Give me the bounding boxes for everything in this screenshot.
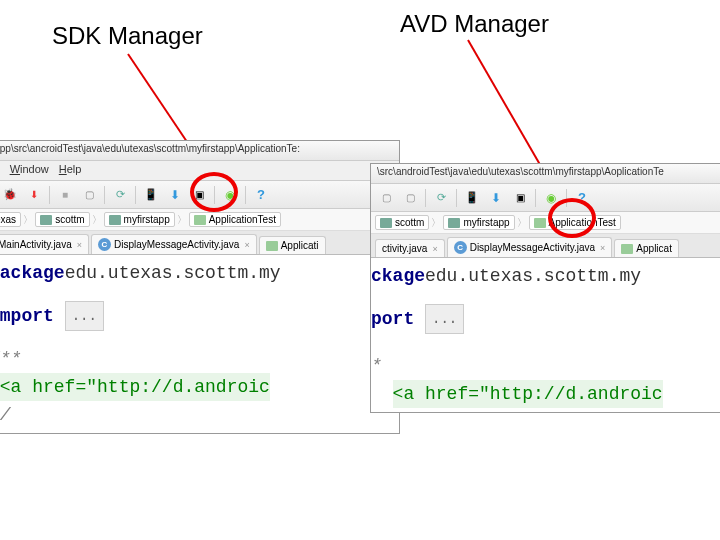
folder-icon: [109, 215, 121, 225]
toolbar-separator: [535, 189, 536, 207]
generic-icon: ▢: [382, 192, 391, 203]
code-keyword: port: [371, 305, 414, 333]
collapsed-block[interactable]: ...: [425, 304, 464, 334]
android-button[interactable]: ◉: [219, 184, 241, 206]
menu-help[interactable]: Help: [59, 163, 82, 178]
stop-icon: ■: [62, 189, 68, 200]
crumb-scottm[interactable]: scottm: [35, 212, 89, 227]
code-link: <a href="http://d.androic: [393, 380, 663, 408]
toolbar-separator: [214, 186, 215, 204]
close-icon[interactable]: ×: [432, 244, 437, 254]
tab-displaymessage[interactable]: CDisplayMessageActivity.java×: [91, 234, 257, 254]
crumb-applicationtest[interactable]: ApplicationTest: [529, 215, 621, 230]
stop-button[interactable]: ■: [54, 184, 76, 206]
tab-displaymessage[interactable]: CDisplayMessageActivity.java×: [447, 237, 613, 257]
titlebar-right: \src\androidTest\java\edu\utexas\scottm\…: [371, 164, 720, 184]
code-editor-left[interactable]: package edu.utexas.scottm.my ⊕import ...…: [0, 255, 399, 433]
chevron-icon: 〉: [517, 216, 527, 230]
toolbar-button[interactable]: ▢: [375, 187, 397, 209]
close-icon[interactable]: ×: [77, 240, 82, 250]
android-button[interactable]: ◉: [540, 187, 562, 209]
android-icon: ◉: [546, 191, 556, 205]
sdk-manager-button-right[interactable]: ⬇: [485, 187, 507, 209]
crumb-label: ApplicationTest: [549, 217, 616, 228]
avd-manager-button-right[interactable]: 📱: [461, 187, 483, 209]
editor-tabs-left: CMainActivity.java× CDisplayMessageActiv…: [0, 231, 399, 255]
toolbar-separator: [566, 189, 567, 207]
attach-button[interactable]: ⬇: [23, 184, 45, 206]
generic-icon: ▢: [406, 192, 415, 203]
menu-window[interactable]: Window: [10, 163, 49, 178]
tab-applicationtest[interactable]: Applicati: [259, 236, 326, 254]
code-keyword: import: [0, 302, 54, 330]
menubar-left: VCS Window Help: [0, 161, 399, 181]
titlebar-left: - ...\app\src\ancroidTest\java\edu\utexa…: [0, 141, 399, 161]
chevron-icon: 〉: [431, 216, 441, 230]
toolbar-separator: [245, 186, 246, 204]
tab-label: ctivity.java: [382, 243, 427, 254]
toolbar-separator: [49, 186, 50, 204]
tab-applicationtest[interactable]: Applicat: [614, 239, 679, 257]
crumb-label: myfirstapp: [463, 217, 509, 228]
tab-label: Applicat: [636, 243, 672, 254]
sdk-manager-button-left[interactable]: ⬇: [164, 184, 186, 206]
toolbar-separator: [104, 186, 105, 204]
monitor-button[interactable]: ▣: [188, 184, 210, 206]
close-icon[interactable]: ×: [600, 243, 605, 253]
ide-window-right: \src\androidTest\java\edu\utexas\scottm\…: [370, 163, 720, 413]
chevron-icon: 〉: [23, 213, 33, 227]
device-icon: 📱: [465, 191, 479, 204]
sync-icon: ⟳: [437, 191, 446, 204]
device-icon: 📱: [144, 188, 158, 201]
toolbar-button[interactable]: ▢: [399, 187, 421, 209]
help-icon: ?: [257, 187, 265, 202]
tab-label: Applicati: [281, 240, 319, 251]
android-icon: ◉: [225, 188, 235, 202]
editor-tabs-right: ctivity.java× CDisplayMessageActivity.ja…: [371, 234, 720, 258]
folder-icon: [380, 218, 392, 228]
code-keyword: ckage: [371, 262, 425, 290]
crumb-exas[interactable]: exas: [0, 212, 21, 227]
tab-activity[interactable]: ctivity.java×: [375, 239, 445, 257]
toolbar-separator: [135, 186, 136, 204]
toolbar-left: ▶ 🐞 ⬇ ■ ▢ ⟳ 📱 ⬇ ▣ ◉ ?: [0, 181, 399, 209]
tab-label: DisplayMessageActivity.java: [470, 242, 595, 253]
class-icon: C: [98, 238, 111, 251]
crumb-applicationtest[interactable]: ApplicationTest: [189, 212, 281, 227]
monitor-button[interactable]: ▣: [509, 187, 531, 209]
collapsed-block[interactable]: ...: [65, 301, 104, 331]
avd-manager-button-left[interactable]: 📱: [140, 184, 162, 206]
class-icon: C: [454, 241, 467, 254]
toolbar-right: ▢ ▢ ⟳ 📱 ⬇ ▣ ◉ ?: [371, 184, 720, 212]
bug-icon: 🐞: [3, 188, 17, 201]
crumb-label: exas: [0, 214, 16, 225]
chevron-icon: 〉: [92, 213, 102, 227]
sync-button[interactable]: ⟳: [109, 184, 131, 206]
test-icon: [621, 244, 633, 254]
test-icon: [534, 218, 546, 228]
help-button[interactable]: ?: [571, 187, 593, 209]
crumb-myfirstapp[interactable]: myfirstapp: [104, 212, 175, 227]
code-link: <a href="http://d.androic: [0, 373, 270, 401]
toolbar-separator: [456, 189, 457, 207]
sync-button[interactable]: ⟳: [430, 187, 452, 209]
code-package: edu.utexas.scottm.my: [65, 259, 281, 287]
code-editor-right[interactable]: ckage edu.utexas.scottm.my port ... * <a…: [371, 258, 720, 412]
close-icon[interactable]: ×: [244, 240, 249, 250]
toolbar-button-1[interactable]: ▢: [78, 184, 100, 206]
crumb-label: scottm: [55, 214, 84, 225]
chevron-icon: 〉: [177, 213, 187, 227]
crumb-scottm[interactable]: scottm: [375, 215, 429, 230]
download-icon: ⬇: [170, 188, 180, 202]
attach-icon: ⬇: [30, 189, 38, 200]
debug-button[interactable]: 🐞: [0, 184, 21, 206]
toolbar-separator: [425, 189, 426, 207]
tab-mainactivity[interactable]: CMainActivity.java×: [0, 234, 89, 254]
download-icon: ⬇: [491, 191, 501, 205]
help-button[interactable]: ?: [250, 184, 272, 206]
sync-icon: ⟳: [116, 188, 125, 201]
folder-icon: [448, 218, 460, 228]
crumb-label: ApplicationTest: [209, 214, 276, 225]
crumb-myfirstapp[interactable]: myfirstapp: [443, 215, 514, 230]
breadcrumb-left: exas 〉 scottm 〉 myfirstapp 〉 Application…: [0, 209, 399, 231]
